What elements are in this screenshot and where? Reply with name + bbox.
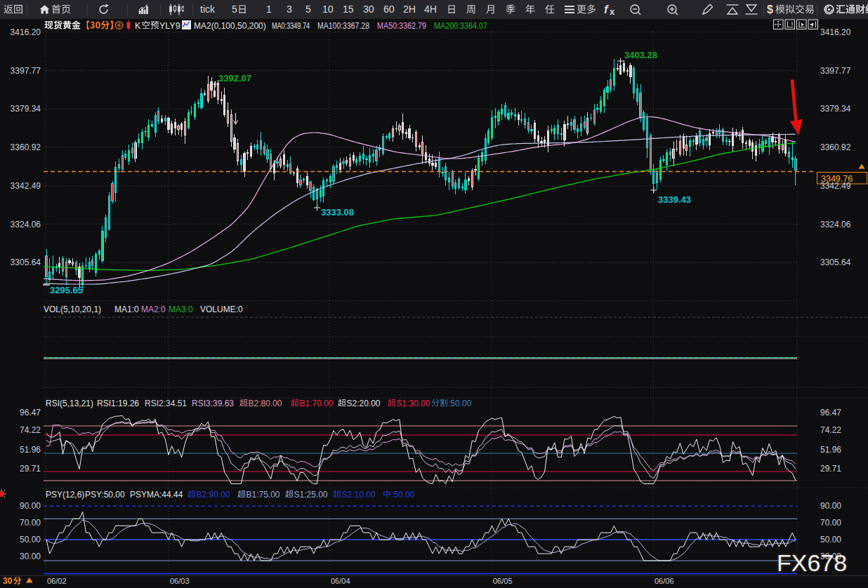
svg-text:3305.64: 3305.64 [820,258,851,267]
svg-text:FX678: FX678 [777,549,847,576]
svg-text:S1:30.00: S1:30.00 [397,399,430,408]
svg-text::50.00: :50.00 [448,399,472,408]
svg-text:06/06: 06/06 [655,577,674,585]
svg-text:29.71: 29.71 [20,464,41,474]
svg-text:B1:75.00: B1:75.00 [246,490,280,500]
svg-text:3397.77: 3397.77 [11,66,41,76]
svg-text:S2:20.00: S2:20.00 [347,399,381,408]
svg-text:3333.08: 3333.08 [321,207,354,218]
svg-text:06/05: 06/05 [493,577,513,585]
svg-text:MA0:3349.74: MA0:3349.74 [272,21,310,31]
svg-text:3416.20: 3416.20 [820,27,851,37]
svg-text:MA2(0,100,50,200): MA2(0,100,50,200) [194,21,266,31]
svg-text:RSI(5,13,21): RSI(5,13,21) [46,399,93,408]
svg-text:3403.28: 3403.28 [624,50,657,60]
svg-text:96.47: 96.47 [820,408,841,417]
svg-text:VOL(5,10,20,1): VOL(5,10,20,1) [44,305,101,314]
svg-text:MA2:0: MA2:0 [141,305,166,314]
svg-text:YLY9: YLY9 [159,21,180,31]
svg-text:3342.49: 3342.49 [820,181,851,191]
svg-text::50.00: :50.00 [391,490,415,500]
svg-text:PSYMA:44.44: PSYMA:44.44 [130,490,183,500]
svg-text:50.00: 50.00 [20,535,41,544]
svg-text:06/04: 06/04 [331,577,350,585]
svg-text:3295.65: 3295.65 [50,285,83,295]
svg-text:90.00: 90.00 [20,501,41,511]
svg-text:3397.77: 3397.77 [820,66,851,76]
svg-text:RSI1:19.26: RSI1:19.26 [97,399,139,408]
svg-text:70.00: 70.00 [820,518,841,528]
svg-text:06/03: 06/03 [170,577,190,585]
svg-text:74.22: 74.22 [20,425,41,435]
svg-text:3360.92: 3360.92 [820,142,851,152]
svg-text:96.47: 96.47 [20,408,41,417]
svg-text:70.00: 70.00 [20,518,41,528]
svg-text:B1:70.00: B1:70.00 [300,399,334,408]
svg-text:50.00: 50.00 [820,535,841,544]
svg-text:RSI3:39.63: RSI3:39.63 [192,399,234,408]
svg-text:30.00: 30.00 [20,552,41,561]
svg-text:PSY:50.00: PSY:50.00 [85,490,125,500]
svg-text:3379.34: 3379.34 [11,104,41,114]
svg-text:3392.07: 3392.07 [218,73,251,83]
svg-text:29.71: 29.71 [820,464,841,474]
svg-text:K: K [135,21,141,31]
svg-text:3379.34: 3379.34 [820,104,851,114]
svg-text:B2:80.00: B2:80.00 [249,399,282,408]
svg-text:VOLUME:0: VOLUME:0 [200,305,243,314]
svg-text:RSI2:34.51: RSI2:34.51 [145,399,187,408]
svg-text:90.00: 90.00 [820,501,841,511]
svg-text:3416.20: 3416.20 [11,27,41,37]
svg-text:3360.92: 3360.92 [11,142,41,152]
svg-text:51.96: 51.96 [820,445,841,455]
svg-text:3342.49: 3342.49 [11,181,41,191]
svg-text:B2:90.00: B2:90.00 [197,490,230,500]
svg-text:51.96: 51.96 [20,445,41,455]
svg-text:3324.06: 3324.06 [11,220,41,229]
svg-text:S2:10.00: S2:10.00 [342,490,376,500]
svg-text:MA200:3364.07: MA200:3364.07 [434,21,487,31]
svg-text:PSY(12,6): PSY(12,6) [46,490,84,500]
svg-text:74.22: 74.22 [820,425,841,435]
svg-text:3305.64: 3305.64 [11,258,41,267]
svg-text:3324.06: 3324.06 [820,220,851,229]
svg-text:MA3:0: MA3:0 [169,305,193,314]
svg-text:3339.43: 3339.43 [658,194,691,205]
svg-text:MA1:0: MA1:0 [114,305,139,314]
svg-text:30: 30 [3,576,13,586]
svg-text:06/02: 06/02 [47,577,67,585]
svg-text:MA50:3362.79: MA50:3362.79 [377,21,426,31]
svg-text:MA100:3367.28: MA100:3367.28 [317,21,369,31]
svg-text:S1:25.00: S1:25.00 [294,490,328,500]
